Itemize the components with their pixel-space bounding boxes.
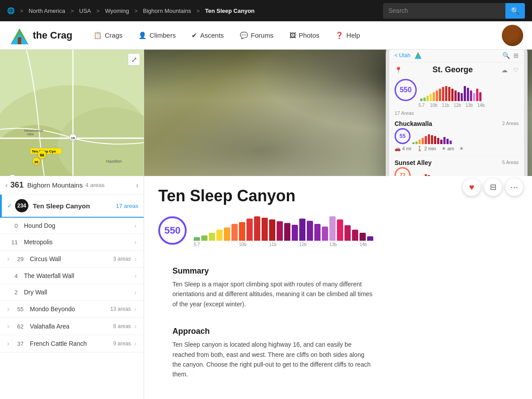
mondo-sub-icon: › xyxy=(7,305,9,313)
item-arrow-5: › xyxy=(134,305,137,313)
item-arrow-2: › xyxy=(134,255,137,262)
svg-text:lake: lake xyxy=(27,132,34,136)
map-area: 16 434 Meadowlark lake Hazelton Ten Slee… xyxy=(0,50,144,176)
breadcrumb-sep-0: > xyxy=(20,8,23,14)
approach-text: Ten Sleep canyon is located along highwa… xyxy=(172,340,373,379)
phone-back-button[interactable]: < Utah xyxy=(395,52,411,59)
phone-bars-main xyxy=(420,81,481,101)
search-container: 🔍 xyxy=(383,3,525,19)
forums-icon: 💬 xyxy=(240,31,248,39)
item-num-2: 29 xyxy=(13,256,23,262)
phone-title-bar: 📍 St. George ☁ ♡ xyxy=(389,63,524,77)
item-areas-7: 9 areas xyxy=(113,340,131,347)
breadcrumb-bighorn[interactable]: Bighorn Mountains xyxy=(143,8,191,14)
nav-climbers-label: Climbers xyxy=(149,31,176,39)
phone-frame: < Utah 🔍 ⊞ 📍 xyxy=(386,50,528,176)
sidebar-parent-item[interactable]: ‹ 361 Bighorn Mountains 4 areas › xyxy=(0,176,144,195)
phone-chuckawalla-grade: 55 xyxy=(395,128,411,144)
favorite-button[interactable]: ♥ xyxy=(463,178,481,196)
current-badge: 234 xyxy=(15,199,28,212)
parent-areas: 4 areas xyxy=(85,182,104,188)
sidebar-current-item: ✓ 234 Ten Sleep Canyon 17 areas xyxy=(0,195,144,218)
phone-location-title: St. George xyxy=(432,65,473,74)
sidebar-navigation: ‹ 361 Bighorn Mountains 4 areas › ✓ 234 … xyxy=(0,176,144,399)
page-title: Ten Sleep Canyon xyxy=(158,187,387,205)
phone-sunset-grade: 72 xyxy=(395,167,411,176)
item-arrow-1: › xyxy=(134,239,137,246)
valahalla-sub-icon: › xyxy=(7,322,9,330)
search-button[interactable]: 🔍 xyxy=(505,3,525,19)
nav-forums-label: Forums xyxy=(251,31,274,39)
phone-sunset-count: 5 Areas xyxy=(502,160,519,165)
breadcrumb-north-america[interactable]: North America xyxy=(29,8,65,14)
sidebar-item-waterfall-wall[interactable]: 4 The Waterfall Wall › xyxy=(0,268,144,284)
nav-photos[interactable]: 🖼 Photos xyxy=(282,21,328,50)
phone-chuckawalla-name: Chuckawalla xyxy=(395,120,432,127)
item-arrow-0: › xyxy=(134,222,137,229)
expand-map-button[interactable]: ⤢ xyxy=(128,53,140,66)
item-name-valahalla: Valahalla Area xyxy=(30,323,113,330)
item-arrow-4: › xyxy=(134,289,137,296)
sidebar-item-metropolis[interactable]: 11 Metropolis › xyxy=(0,234,144,250)
user-avatar[interactable] xyxy=(502,25,523,46)
sidebar-item-circus-wall[interactable]: › 29 Circus Wall 3 areas › xyxy=(0,250,144,268)
nav-help[interactable]: ❓ Help xyxy=(327,21,368,50)
nav-forums[interactable]: 💬 Forums xyxy=(232,21,282,50)
phone-grades-row: 5.710b11b12b13b14b xyxy=(389,103,524,110)
breadcrumb-usa[interactable]: USA xyxy=(79,8,91,14)
hero-area: < Utah 🔍 ⊞ 📍 xyxy=(144,50,532,176)
item-areas-2: 3 areas xyxy=(113,256,131,262)
phone-sunset-name: Sunset Alley xyxy=(395,159,432,166)
phone-cloud-icon: ☁ xyxy=(501,66,508,74)
circus-sub-icon: › xyxy=(7,255,9,263)
approach-section: Approach Ten Sleep canyon is located alo… xyxy=(158,318,387,388)
search-input[interactable] xyxy=(383,4,505,18)
summary-section: Summary Ten Sleep is a major sport climb… xyxy=(158,258,387,318)
phone-grade-row: 550 xyxy=(389,77,524,103)
grade-chart: 550 5.710b11b12b13b14b xyxy=(158,214,387,247)
sidebar-item-valahalla[interactable]: › 62 Valahalla Area 8 areas › xyxy=(0,318,144,335)
current-areas: 17 areas xyxy=(116,203,138,209)
sidebar-item-french-cattle[interactable]: › 37 French Cattle Ranch 9 areas › xyxy=(0,335,144,352)
sidebar-item-dry-wall[interactable]: 2 Dry Wall › xyxy=(0,284,144,301)
phone-area-chuckawalla[interactable]: Chuckawalla 2 Areas 55 🚗 4 mi 🚶 2 min ☀ … xyxy=(389,117,524,156)
item-num-1: 11 xyxy=(7,239,18,246)
breadcrumb-wyoming[interactable]: Wyoming xyxy=(105,8,129,14)
phone-screen: < Utah 🔍 ⊞ 📍 xyxy=(389,50,524,176)
phone-bars-chuckawalla xyxy=(412,128,519,144)
item-name-waterfall-wall: The Waterfall Wall xyxy=(24,272,134,279)
main-nav: the Crag 📋 Crags 👤 Climbers ✔ Ascents 💬 … xyxy=(0,21,532,50)
nav-ascents[interactable]: ✔ Ascents xyxy=(184,21,231,50)
phone-location-icon: 📍 xyxy=(395,66,402,74)
more-button[interactable]: ⋯ xyxy=(505,178,523,196)
breadcrumb-current: Ten Sleep Canyon xyxy=(205,8,255,14)
nav-help-label: Help xyxy=(346,31,360,39)
sidebar-item-hound-dog[interactable]: 0 Hound Dog › xyxy=(0,218,144,234)
settings-button[interactable]: ⊟ xyxy=(484,178,502,196)
climbers-icon: 👤 xyxy=(138,31,147,39)
parent-num: 361 xyxy=(10,180,23,190)
item-areas-6: 8 areas xyxy=(113,323,131,329)
phone-filter-icon[interactable]: ⊞ xyxy=(513,52,519,59)
item-areas-5: 13 areas xyxy=(110,306,131,312)
item-name-hound-dog: Hound Dog xyxy=(24,222,134,229)
summary-title: Summary xyxy=(172,266,373,276)
phone-chuckawalla-count: 2 Areas xyxy=(502,121,519,126)
phone-heart-icon[interactable]: ♡ xyxy=(513,66,519,74)
phone-overlay: < Utah 🔍 ⊞ 📍 xyxy=(386,50,532,176)
main-content: < Utah 🔍 ⊞ 📍 xyxy=(144,50,532,399)
logo[interactable]: the Crag xyxy=(9,25,72,46)
svg-text:Hazelton: Hazelton xyxy=(106,159,121,164)
sidebar-item-mondo[interactable]: › 55 Mondo Beyondo 13 areas › xyxy=(0,301,144,318)
nav-climbers[interactable]: 👤 Climbers xyxy=(130,21,184,50)
item-num-5: 55 xyxy=(13,306,23,313)
item-name-metropolis: Metropolis xyxy=(24,239,134,246)
phone-area-sunset[interactable]: Sunset Alley 5 Areas 72 🚗 23 mi 🚶 20 min xyxy=(389,156,524,176)
chevron-right-icon: › xyxy=(136,181,138,189)
crags-icon: 📋 xyxy=(94,31,102,39)
heart-icon: ♥ xyxy=(469,182,474,192)
phone-search-icon[interactable]: 🔍 xyxy=(502,52,510,59)
nav-crags[interactable]: 📋 Crags xyxy=(86,21,130,50)
phone-logo-icon xyxy=(414,51,422,59)
main-nav-items: 📋 Crags 👤 Climbers ✔ Ascents 💬 Forums 🖼 … xyxy=(86,21,502,50)
